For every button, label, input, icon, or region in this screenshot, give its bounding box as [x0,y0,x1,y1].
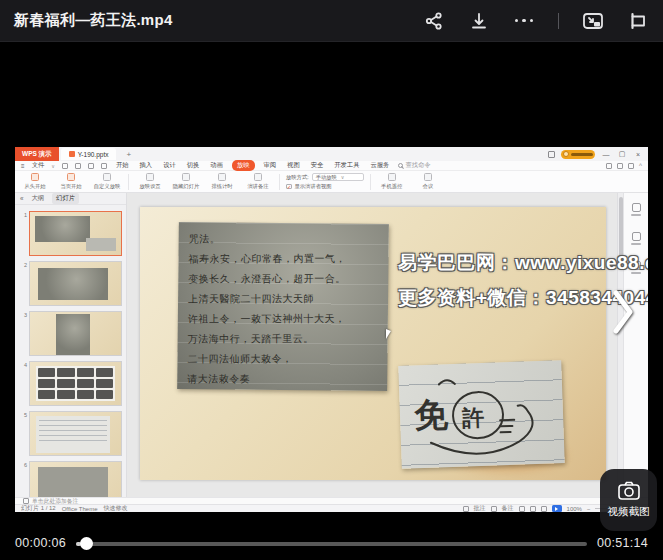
topbar-divider [558,13,559,29]
quick-edit-label: 快速修改 [103,504,127,512]
save-icon [62,163,68,169]
phone-remote-icon [388,173,396,181]
reading-view-icon [541,506,547,512]
wps-titlebar-right: — ▢ × [548,150,648,159]
tab-view: 视图 [285,161,302,170]
ribbon-mode-group: 放映方式: 手动放映 ∨ ✓ 显示演讲者视图 [286,173,364,190]
account-badge [561,150,595,159]
thumbnail-row-4: 4 [17,361,122,406]
video-screenshot-button[interactable]: 视频截图 [600,469,657,531]
ribbon-separator [370,174,371,190]
command-search: 查找命令 [398,161,430,170]
tab-transition: 切换 [185,161,202,170]
wps-body: « 大纲 幻灯片 1 2 [15,193,648,497]
comment-icon [463,506,469,512]
pane-design-icon [631,232,641,245]
print-icon [75,163,81,169]
avatar [563,151,569,157]
video-surface[interactable]: WPS 演示 Y-190.pptx + — ▢ × ≡ 文件 ∨ 开始 插入 设… [15,147,648,512]
document-tab-label: Y-190.pptx [78,151,109,158]
screenshot-label: 视频截图 [608,505,650,519]
talisman-circle-char: 許 [461,405,485,431]
ribbon-show-settings: 放映设置 [135,173,165,190]
ribbon-separator [128,174,129,190]
ribbon-play-from-start: 从头开始 [20,173,50,190]
ppt-file-icon [69,151,75,157]
pane-properties-icon [631,203,641,216]
thumbnail-row-2: 2 [17,261,122,306]
tab-cloud: 云服务 [368,161,391,170]
handwritten-note-photo: 咒法。 福寿永安，心印常春，内置一气， 变换长久，永澄吾心，超开一合。 上清天醫… [177,222,389,391]
slides-tab: 幻灯片 [52,193,79,204]
player-topbar: 新春福利—药王法.mp4 [0,0,663,42]
progress-bar[interactable] [76,537,587,550]
hamburger-icon: ≡ [21,162,25,169]
thumbnail-row-3: 3 [17,311,122,356]
ribbon-rehearse: 排练计时 [207,173,237,190]
file-menu: 文件 [32,161,45,170]
tab-design: 设计 [161,161,178,170]
camera-icon [617,481,641,501]
watermark-line1: 易学巴巴网：www.yixue88.cn [398,250,648,276]
collab-icon [617,163,623,169]
current-time: 00:00:06 [15,536,66,550]
ribbon-meeting: 会议 [413,173,443,190]
current-slide: 咒法。 福寿永安，心印常春，内置一气， 变换长久，永澄吾心，超开一合。 上清天醫… [140,207,606,480]
slide-canvas: 咒法。 福寿永安，心印常春，内置一气， 变换长久，永澄吾心，超开一合。 上清天醫… [127,193,617,497]
play-current-icon [67,173,75,181]
talisman-sketch-photo: 免 許 [398,360,564,469]
wps-minimize-button: — [601,151,611,158]
share-icon[interactable] [423,10,445,32]
slide-thumbnail-3 [29,311,122,356]
total-duration: 00:51:14 [597,536,648,550]
tab-animation: 动画 [208,161,225,170]
wps-titlebar: WPS 演示 Y-190.pptx + — ▢ × [15,147,648,161]
slide-thumbnail-1-selected [29,211,122,256]
progress-track [76,542,587,546]
vertical-scrollbar [617,193,623,497]
wps-statusbar: 幻灯片 1 / 12 Office Theme 快速修改 批注 备注 100% … [15,504,648,512]
outline-tab: 大纲 [32,194,45,203]
slide-thumbnail-2 [29,261,122,306]
document-tab: Y-190.pptx [61,148,117,160]
talisman-left-char: 免 [413,395,448,434]
rehearse-icon [218,173,226,181]
tab-slideshow-active: 放映 [232,160,255,171]
progress-handle[interactable] [80,537,93,550]
custom-show-icon [103,173,111,181]
right-task-pane [623,193,648,497]
search-icon [398,163,403,168]
wps-app-button: WPS 演示 [15,147,59,161]
tab-security: 安全 [309,161,326,170]
collapse-panel-icon: « [20,195,24,202]
more-icon[interactable] [513,10,535,32]
slide-panel: « 大纲 幻灯片 1 2 [15,193,127,497]
mode-dropdown: 手动放映 ∨ [312,173,364,181]
sorter-view-icon [530,506,536,512]
menubar-right-icons: ^ [606,162,642,169]
ribbon-speaker-notes: 演讲备注 [243,173,273,190]
mouse-cursor [386,329,391,339]
mini-window-icon[interactable] [627,10,649,32]
wps-menubar: ≡ 文件 ∨ 开始 插入 设计 切换 动画 放映 审阅 视图 安全 开发工具 云… [15,161,648,171]
note-label: 备注 [502,504,514,512]
notes-bar: 单击此处添加备注 [15,497,648,504]
download-icon[interactable] [468,10,490,32]
speaker-notes-icon [254,173,262,181]
play-from-start-icon [31,173,39,181]
mode-label: 放映方式: [286,174,309,181]
undo-icon [88,163,94,169]
normal-view-icon [519,506,525,512]
presenter-view-checkbox: ✓ [286,184,292,190]
ribbon-custom-show: 自定义放映 [92,173,122,190]
meeting-icon [424,173,432,181]
picture-in-picture-icon[interactable] [582,10,604,32]
panel-header: « 大纲 幻灯片 [15,193,126,205]
chevron-down-icon: ∨ [341,174,345,180]
slideshow-play-icon [552,505,562,512]
help-icon [548,151,555,158]
sync-icon [606,163,612,169]
slide-counter: 幻灯片 1 / 12 [21,504,56,512]
slide-thumbnail-5 [29,411,122,456]
zoom-level: 100% [567,506,582,512]
